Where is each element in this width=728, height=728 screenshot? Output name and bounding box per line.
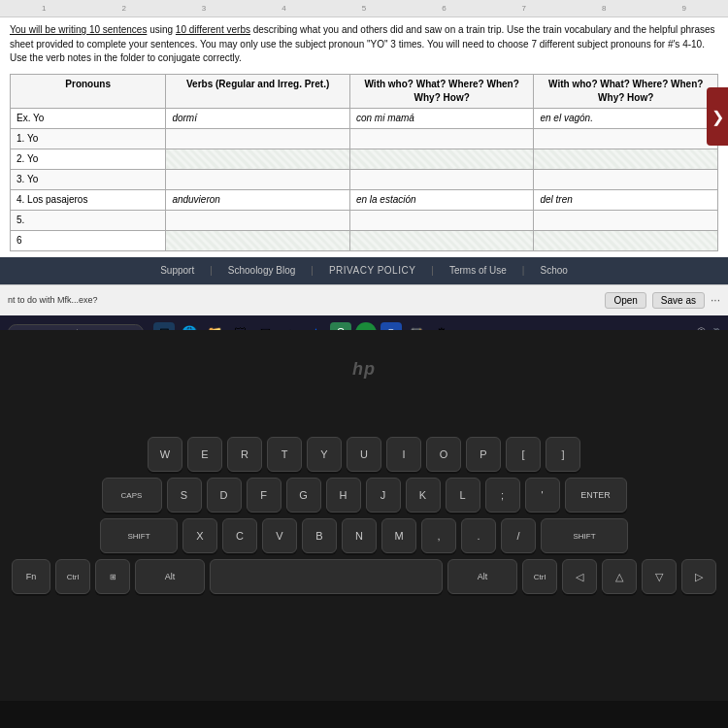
footer-privacy-link[interactable]: PRIVACY POLICY — [329, 265, 415, 276]
row1-verb — [166, 128, 350, 149]
blue-app-icon[interactable]: ◉ — [381, 322, 402, 331]
table-row-example: Ex. Yo dormí con mi mamá en el vagón. — [11, 108, 718, 128]
key-b[interactable]: B — [302, 518, 337, 553]
key-c[interactable]: C — [222, 518, 257, 553]
table-row: 6 — [11, 230, 718, 250]
taskbar-icons: ⊞ 🌐 📁 🛡 ✉ ♪ ✦ S ● ◉ 🎮 ⚙ — [153, 322, 452, 331]
key-win[interactable]: ⊞ — [95, 559, 130, 594]
key-arrow-right[interactable]: ▷ — [681, 559, 716, 594]
grid-icon[interactable]: ⊞ — [153, 322, 175, 331]
key-space[interactable] — [210, 559, 443, 594]
key-m[interactable]: M — [381, 518, 416, 553]
table-row: 3. Yo — [11, 169, 718, 189]
edge-icon[interactable]: 🌐 — [179, 322, 200, 331]
file-notification-text: nt to do with Mfk...exe? — [8, 295, 599, 305]
key-d[interactable]: D — [207, 478, 242, 513]
s-app-icon[interactable]: S — [330, 322, 351, 331]
settings-icon[interactable]: ⚙ — [431, 322, 452, 331]
row5-col4 — [534, 210, 718, 230]
folder-icon[interactable]: 📁 — [204, 322, 225, 331]
keyboard-area: hp W E R T Y U I O P [ ] CAPS S D F G H … — [0, 330, 728, 701]
key-y[interactable]: Y — [307, 437, 342, 472]
table-row: 1. Yo — [11, 128, 718, 149]
key-alt-right[interactable]: Alt — [447, 559, 517, 594]
key-arrow-down[interactable]: ▽ — [642, 559, 677, 594]
key-g[interactable]: G — [286, 478, 321, 513]
keyboard-row-5: Fn Ctrl ⊞ Alt Alt Ctrl ◁ △ ▽ ▷ — [12, 559, 716, 594]
circle-app-icon[interactable]: ● — [355, 322, 377, 331]
key-arrow-up[interactable]: △ — [602, 559, 637, 594]
key-quote[interactable]: ' — [525, 478, 560, 513]
xbox-icon[interactable]: 🎮 — [406, 322, 427, 331]
row2-col4 — [534, 149, 718, 169]
key-shift-right[interactable]: SHIFT — [541, 518, 628, 553]
file-notification-bar: nt to do with Mfk...exe? Open Save as ··… — [0, 284, 728, 315]
key-p[interactable]: P — [466, 437, 501, 472]
key-k[interactable]: K — [406, 478, 441, 513]
footer-blog-link[interactable]: Schoology Blog — [228, 265, 296, 276]
key-j[interactable]: J — [366, 478, 401, 513]
key-f[interactable]: F — [247, 478, 281, 513]
row3-verb — [166, 169, 350, 189]
panel-toggle-button[interactable]: ❯ — [707, 87, 728, 146]
mail-icon[interactable]: ✉ — [254, 322, 276, 331]
example-col4: en el vagón. — [534, 108, 718, 128]
footer-terms-link[interactable]: Terms of Use — [449, 265, 507, 276]
row6-col4 — [534, 230, 718, 250]
key-w[interactable]: W — [148, 437, 182, 472]
key-shift-left[interactable]: SHIFT — [100, 518, 178, 553]
key-r[interactable]: R — [227, 437, 262, 472]
key-o[interactable]: O — [426, 437, 461, 472]
key-t[interactable]: T — [267, 437, 302, 472]
row1-pronoun: 1. Yo — [11, 128, 166, 149]
key-s[interactable]: S — [167, 478, 202, 513]
key-l[interactable]: L — [446, 478, 480, 513]
music-icon[interactable]: ♪ — [280, 322, 301, 331]
row4-col4: del tren — [534, 189, 718, 210]
key-n[interactable]: N — [342, 518, 377, 553]
key-rbracket[interactable]: ] — [546, 437, 580, 472]
key-period[interactable]: . — [461, 518, 496, 553]
row4-pronoun: 4. Los pasajeros — [11, 189, 166, 210]
key-h[interactable]: H — [326, 478, 361, 513]
footer-schoology-link[interactable]: Schoo — [540, 265, 567, 276]
key-ctrl-left[interactable]: Ctrl — [55, 559, 90, 594]
dropbox-icon[interactable]: ✦ — [305, 322, 326, 331]
footer-support-link[interactable]: Support — [160, 265, 194, 276]
key-fn[interactable]: Fn — [12, 559, 50, 594]
key-i[interactable]: I — [386, 437, 421, 472]
table-row: 2. Yo — [11, 149, 718, 169]
save-as-button[interactable]: Save as — [652, 292, 705, 309]
row2-pronoun: 2. Yo — [11, 149, 166, 169]
key-semicolon[interactable]: ; — [485, 478, 520, 513]
row2-verb — [166, 149, 350, 169]
key-slash[interactable]: / — [501, 518, 536, 553]
key-arrow-left[interactable]: ◁ — [562, 559, 597, 594]
key-enter[interactable]: ENTER — [565, 478, 627, 513]
assignment-table: Pronouns Verbs (Regular and Irreg. Pret.… — [10, 74, 718, 251]
key-u[interactable]: U — [347, 437, 381, 472]
row2-col3 — [349, 149, 534, 169]
example-col3: con mi mamá — [349, 108, 534, 128]
keyboard-row-4: SHIFT X C V B N M , . / SHIFT — [100, 518, 628, 553]
instructions-text: You will be writing 10 sentences using 1… — [10, 23, 718, 66]
key-x[interactable]: X — [182, 518, 217, 553]
row1-col3 — [349, 128, 534, 149]
windows-taskbar: ○ ⊞ 🌐 📁 🛡 ✉ ♪ ✦ S ● ◉ 🎮 ⚙ ∧ ⓪ 🔊 — [0, 315, 728, 331]
row5-verb — [166, 210, 350, 230]
col-header-who2: With who? What? Where? When? Why? How? — [534, 74, 718, 108]
more-options-button[interactable]: ··· — [711, 293, 720, 307]
key-ctrl-right[interactable]: Ctrl — [522, 559, 557, 594]
row3-col3 — [349, 169, 534, 189]
col-header-pronouns: Pronouns — [11, 74, 166, 108]
row3-pronoun: 3. Yo — [11, 169, 166, 189]
open-button[interactable]: Open — [605, 292, 645, 309]
key-v[interactable]: V — [262, 518, 297, 553]
shield-icon[interactable]: 🛡 — [229, 322, 250, 331]
key-alt-left[interactable]: Alt — [135, 559, 205, 594]
key-caps[interactable]: CAPS — [102, 478, 162, 513]
key-lbracket[interactable]: [ — [506, 437, 541, 472]
key-comma[interactable]: , — [421, 518, 456, 553]
row5-pronoun: 5. — [11, 210, 166, 230]
key-e[interactable]: E — [187, 437, 222, 472]
